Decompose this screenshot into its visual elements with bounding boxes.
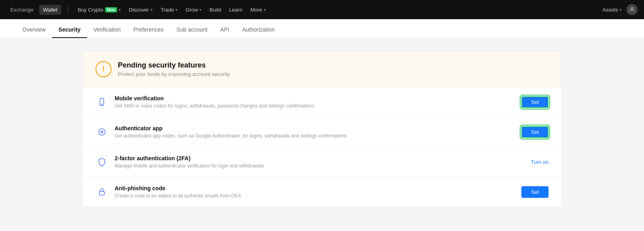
chevron-down-icon: ▾ — [264, 8, 266, 12]
anti-phishing-item: Anti-phishing code Create a code to be a… — [83, 177, 561, 207]
tab-overview[interactable]: Overview — [16, 22, 52, 38]
nav-learn[interactable]: Learn — [226, 5, 245, 15]
two-factor-item: 2-factor authentication (2FA) Manage mob… — [83, 147, 561, 177]
authenticator-app-item: Authenticator app Get authenticator app … — [83, 117, 561, 147]
mobile-verification-set-button[interactable]: Set — [521, 96, 549, 108]
nav-discover[interactable]: Discover ▾ — [125, 5, 156, 15]
main-content: ! Pending security features Protect your… — [0, 38, 644, 231]
chevron-down-icon: ▾ — [620, 8, 622, 12]
nav-buy-crypto[interactable]: Buy Crypto New ▾ — [74, 5, 124, 15]
nav-more[interactable]: More ▾ — [247, 5, 269, 15]
tab-security[interactable]: Security — [52, 22, 87, 38]
nav-build-label: Build — [209, 7, 221, 13]
tab-preferences[interactable]: Preferences — [127, 22, 170, 38]
tab-api[interactable]: API — [214, 22, 236, 38]
two-factor-action: Turn on — [531, 158, 549, 165]
nav-divider — [68, 6, 68, 14]
nav-learn-label: Learn — [229, 7, 242, 13]
svg-point-0 — [631, 8, 633, 10]
two-factor-text: 2-factor authentication (2FA) Manage mob… — [115, 155, 525, 169]
anti-phishing-action: Set — [521, 186, 549, 198]
anti-phishing-set-button[interactable]: Set — [521, 186, 549, 198]
mobile-verification-text: Mobile verification Get SMS or voice cod… — [115, 95, 515, 109]
assets-button[interactable]: Assets ▾ — [602, 7, 622, 13]
authenticator-app-title: Authenticator app — [115, 125, 515, 131]
authenticator-app-desc: Get authenticator app codes, such as Goo… — [115, 133, 515, 139]
subnav: Overview Security Verification Preferenc… — [0, 19, 644, 38]
svg-point-6 — [101, 131, 103, 133]
nav-links: Buy Crypto New ▾ Discover ▾ Trade ▾ Grow… — [74, 5, 269, 15]
chevron-down-icon: ▾ — [119, 8, 121, 12]
authenticator-icon — [95, 125, 108, 138]
wallet-button[interactable]: Wallet — [39, 5, 62, 15]
authenticator-app-action: Set — [521, 126, 549, 138]
svg-rect-7 — [99, 191, 105, 195]
svg-point-3 — [101, 104, 102, 104]
topnav: Exchange Wallet Buy Crypto New ▾ Discove… — [0, 0, 644, 19]
anti-phishing-title: Anti-phishing code — [115, 185, 515, 191]
anti-phishing-text: Anti-phishing code Create a code to be a… — [115, 185, 515, 199]
mobile-verification-title: Mobile verification — [115, 95, 515, 102]
authenticator-app-set-button[interactable]: Set — [521, 126, 549, 138]
nav-trade-label: Trade — [161, 7, 174, 13]
exchange-button[interactable]: Exchange — [6, 5, 38, 15]
lock-icon — [95, 185, 108, 198]
nav-more-label: More — [250, 7, 262, 13]
nav-build[interactable]: Build — [206, 5, 224, 15]
tab-authorization[interactable]: Authorization — [236, 22, 281, 38]
chevron-down-icon: ▾ — [151, 8, 153, 12]
user-avatar[interactable] — [626, 4, 638, 15]
nav-buy-crypto-label: Buy Crypto — [78, 7, 103, 13]
chevron-down-icon: ▾ — [199, 8, 201, 12]
tab-verification[interactable]: Verification — [87, 22, 127, 38]
security-card: ! Pending security features Protect your… — [82, 51, 562, 207]
anti-phishing-desc: Create a code to be added to all authent… — [115, 193, 515, 199]
two-factor-turnon-button[interactable]: Turn on — [531, 159, 549, 165]
authenticator-app-text: Authenticator app Get authenticator app … — [115, 125, 515, 139]
topnav-left: Exchange Wallet — [6, 5, 61, 15]
tab-sub-account[interactable]: Sub account — [170, 22, 214, 38]
topnav-right: Assets ▾ — [602, 4, 638, 15]
pending-banner: ! Pending security features Protect your… — [83, 52, 561, 87]
nav-grow[interactable]: Grow ▾ — [182, 5, 205, 15]
mobile-verification-item: Mobile verification Get SMS or voice cod… — [83, 87, 561, 117]
nav-trade[interactable]: Trade ▾ — [157, 5, 181, 15]
assets-label: Assets — [602, 7, 618, 13]
chevron-down-icon: ▾ — [175, 8, 177, 12]
pending-description: Protect your funds by improving account … — [118, 71, 230, 77]
two-factor-desc: Manage mobile and authenticator verifica… — [115, 163, 525, 169]
mobile-verification-desc: Get SMS or voice codes for logins, withd… — [115, 103, 515, 109]
nav-grow-label: Grow — [185, 7, 198, 13]
mobile-verification-action: Set — [521, 96, 549, 108]
warning-icon: ! — [95, 61, 111, 77]
pending-text: Pending security features Protect your f… — [118, 61, 230, 77]
shield-icon — [95, 155, 108, 168]
pending-title: Pending security features — [118, 61, 230, 70]
nav-discover-label: Discover — [129, 7, 149, 13]
two-factor-title: 2-factor authentication (2FA) — [115, 155, 525, 161]
mobile-icon — [95, 96, 108, 108]
new-badge: New — [105, 7, 117, 12]
